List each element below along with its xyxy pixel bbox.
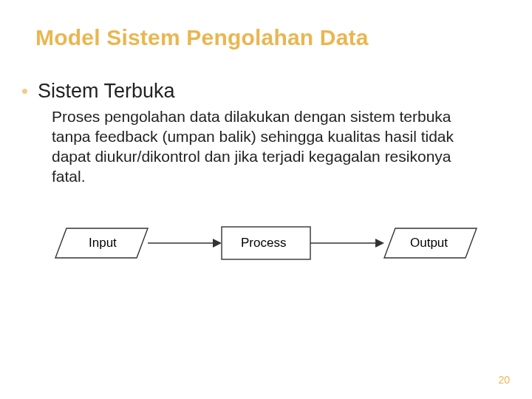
diagram-label-process: Process	[241, 236, 286, 250]
diagram-label-output: Output	[410, 236, 448, 250]
arrow-input-process	[148, 239, 222, 248]
svg-marker-5	[375, 239, 384, 248]
diagram-node-process: Process	[222, 227, 310, 259]
bullet-item: Sistem Terbuka	[22, 80, 532, 103]
flow-diagram: Input Process Output	[52, 214, 532, 276]
arrow-process-output	[310, 239, 384, 248]
svg-marker-2	[213, 239, 222, 248]
diagram-label-input: Input	[89, 236, 117, 250]
bullet-heading: Sistem Terbuka	[38, 80, 175, 103]
bullet-dot-icon	[22, 89, 27, 94]
diagram-node-input: Input	[55, 228, 148, 258]
diagram-node-output: Output	[384, 228, 477, 258]
page-number: 20	[498, 374, 510, 386]
slide-title: Model Sistem Pengolahan Data	[35, 25, 532, 50]
body-paragraph: Proses pengolahan data dilakukan dengan …	[52, 107, 480, 187]
